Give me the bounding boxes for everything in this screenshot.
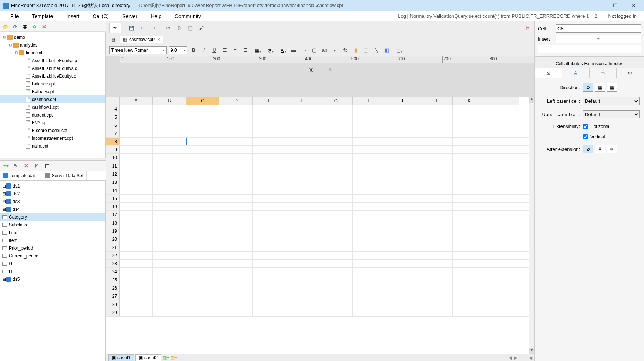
- cell-H25[interactable]: [353, 276, 386, 284]
- cell-L10[interactable]: [486, 154, 519, 162]
- cell-D11[interactable]: [219, 162, 253, 170]
- cell-E10[interactable]: [253, 154, 286, 162]
- cell-F23[interactable]: [286, 260, 319, 267]
- cell-G6[interactable]: [319, 121, 353, 129]
- bold-button[interactable]: B: [189, 46, 198, 54]
- col-header-G[interactable]: G: [319, 97, 353, 105]
- cell-F7[interactable]: [286, 129, 319, 137]
- cell-E17[interactable]: [253, 211, 286, 219]
- cell-J24[interactable]: [419, 268, 453, 276]
- cell-I7[interactable]: [386, 129, 419, 137]
- square-icon[interactable]: ◧: [383, 46, 391, 54]
- cell-J22[interactable]: [419, 252, 453, 259]
- cell-B19[interactable]: [153, 227, 186, 235]
- cell-F27[interactable]: [286, 292, 319, 300]
- cell-F11[interactable]: [286, 162, 319, 170]
- cell-B5[interactable]: [153, 113, 186, 121]
- cell-J28[interactable]: [419, 300, 453, 308]
- cell-H7[interactable]: [353, 129, 386, 137]
- cell-J27[interactable]: [419, 292, 453, 300]
- file-node[interactable]: dupont.cpt: [0, 111, 105, 119]
- cell-I22[interactable]: [386, 252, 419, 259]
- cell-L4[interactable]: [486, 105, 519, 113]
- cell-B11[interactable]: [153, 162, 186, 170]
- cell-A29[interactable]: [120, 308, 153, 316]
- cell-K6[interactable]: [453, 121, 486, 129]
- cell-D22[interactable]: [219, 252, 253, 259]
- cell-E20[interactable]: [253, 235, 286, 243]
- cell-B24[interactable]: [153, 268, 186, 276]
- cell-H17[interactable]: [353, 211, 386, 219]
- cell-E19[interactable]: [253, 227, 286, 235]
- direction-horizontal[interactable]: ▦: [607, 83, 617, 92]
- cell-I10[interactable]: [386, 154, 419, 162]
- dataset-node[interactable]: ⊞ds5: [0, 275, 105, 283]
- cell-H23[interactable]: [353, 260, 386, 267]
- cell-H5[interactable]: [353, 113, 386, 121]
- cell-D19[interactable]: [219, 227, 253, 235]
- cell-D26[interactable]: [219, 284, 253, 292]
- cell-C14[interactable]: [186, 186, 219, 194]
- vertical-checkbox[interactable]: [583, 134, 588, 139]
- column-node[interactable]: Item: [0, 236, 105, 244]
- cut-icon[interactable]: ✂: [164, 24, 172, 32]
- right-splitter[interactable]: [535, 56, 644, 59]
- cell-C24[interactable]: [186, 268, 219, 276]
- cell-B18[interactable]: [153, 219, 186, 227]
- attr-tab-settings[interactable]: ⚙: [617, 68, 644, 78]
- cell-I11[interactable]: [386, 162, 419, 170]
- cell-F24[interactable]: [286, 268, 319, 276]
- cell-F28[interactable]: [286, 300, 319, 308]
- scroll-down-icon[interactable]: ▼: [529, 348, 534, 354]
- column-node[interactable]: H: [0, 267, 105, 275]
- cell-G5[interactable]: [319, 113, 353, 121]
- col-header-A[interactable]: A: [120, 97, 153, 105]
- cell-E24[interactable]: [253, 268, 286, 276]
- cell-J18[interactable]: [419, 219, 453, 227]
- cell-C12[interactable]: [186, 170, 219, 178]
- cell-A26[interactable]: [120, 284, 153, 292]
- other-ds-icon[interactable]: ◫: [44, 162, 50, 169]
- cell-I23[interactable]: [386, 260, 419, 267]
- cell-A12[interactable]: [120, 170, 153, 178]
- cell-J11[interactable]: [419, 162, 453, 170]
- cell-C23[interactable]: [186, 260, 219, 267]
- cell-K12[interactable]: [453, 170, 486, 178]
- after-ext-none[interactable]: ⊘: [583, 145, 593, 153]
- formula-icon[interactable]: fx: [341, 46, 349, 54]
- cell-D29[interactable]: [219, 308, 253, 316]
- cell-B21[interactable]: [153, 243, 186, 251]
- edit-ds-icon[interactable]: ✎: [13, 162, 19, 169]
- cell-D17[interactable]: [219, 211, 253, 219]
- cell-E12[interactable]: [253, 170, 286, 178]
- cell-E26[interactable]: [253, 284, 286, 292]
- paste-icon[interactable]: 📋: [186, 24, 194, 32]
- cell-C20[interactable]: [186, 235, 219, 243]
- cell-H8[interactable]: [353, 138, 386, 145]
- cell-E14[interactable]: [253, 186, 286, 194]
- sheet-next-icon[interactable]: ▶: [514, 355, 517, 360]
- cell-I20[interactable]: [386, 235, 419, 243]
- menu-server[interactable]: Server: [115, 12, 144, 21]
- cell-K23[interactable]: [453, 260, 486, 267]
- row-header-16[interactable]: 16: [106, 203, 120, 210]
- dataset-node[interactable]: ⊞ds1: [0, 182, 105, 190]
- cell-C27[interactable]: [186, 292, 219, 300]
- cell-J6[interactable]: [419, 121, 453, 129]
- cell-B10[interactable]: [153, 154, 186, 162]
- cell-E22[interactable]: [253, 252, 286, 259]
- cell-F13[interactable]: [286, 178, 319, 186]
- cell-C16[interactable]: [186, 203, 219, 210]
- cell-J23[interactable]: [419, 260, 453, 267]
- cell-L19[interactable]: [486, 227, 519, 235]
- chart-icon[interactable]: ▮: [352, 46, 360, 54]
- col-header-C[interactable]: C: [186, 97, 219, 105]
- cell-B23[interactable]: [153, 260, 186, 267]
- cell-E25[interactable]: [253, 276, 286, 284]
- cell-C17[interactable]: [186, 211, 219, 219]
- cell-J19[interactable]: [419, 227, 453, 235]
- attr-tab-border[interactable]: ▭: [590, 68, 617, 78]
- cell-A4[interactable]: [120, 105, 153, 113]
- cell-I12[interactable]: [386, 170, 419, 178]
- cell-B28[interactable]: [153, 300, 186, 308]
